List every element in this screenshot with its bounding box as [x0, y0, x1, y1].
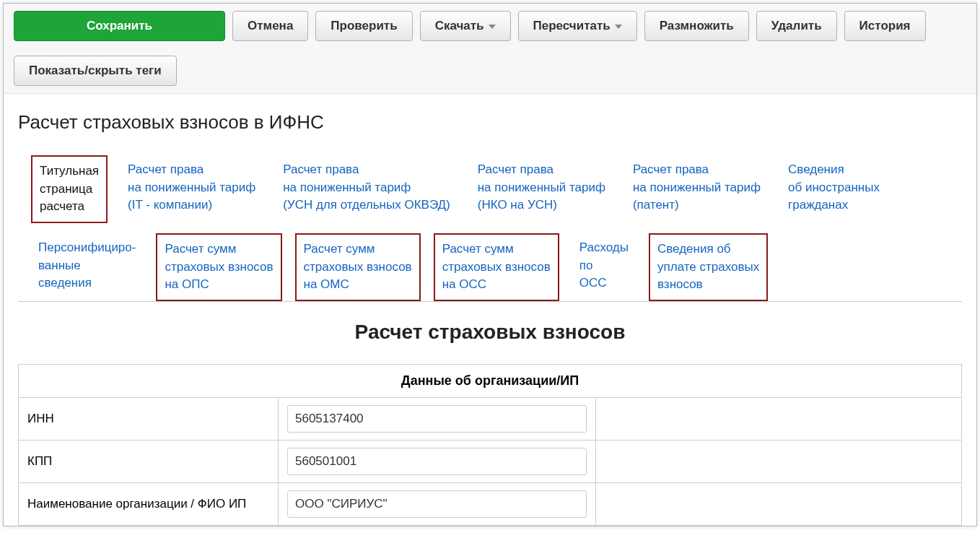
table-row: Наименование организации / ФИО ИП — [19, 482, 962, 525]
input-inn[interactable] — [287, 405, 587, 433]
check-button[interactable]: Проверить — [315, 11, 412, 41]
tab-oms[interactable]: Расчет суммстраховых взносовна ОМС — [295, 233, 421, 301]
chevron-down-icon — [615, 25, 622, 29]
tabs-row-1: Титульнаястраницарасчета Расчет правана … — [18, 155, 962, 223]
download-button[interactable]: Скачать — [420, 11, 511, 41]
chevron-down-icon — [489, 25, 496, 29]
tabs-row-2: Персонифициро-ванныесведения Расчет сумм… — [18, 233, 962, 302]
tab-foreign-citizens[interactable]: Сведенияоб иностранныхгражданах — [781, 155, 887, 223]
save-button[interactable]: Сохранить — [14, 11, 225, 41]
tab-oss[interactable]: Расчет суммстраховых взносовна ОСС — [434, 233, 559, 301]
multiply-button[interactable]: Размножить — [644, 11, 749, 41]
input-kpp[interactable] — [287, 448, 587, 475]
delete-button[interactable]: Удалить — [756, 11, 837, 41]
toolbar: Сохранить Отмена Проверить Скачать Перес… — [4, 4, 976, 94]
table-row: КПП — [19, 440, 962, 482]
toggle-tags-button[interactable]: Показать/скрыть теги — [14, 56, 177, 86]
tab-payment-info[interactable]: Сведения обуплате страховыхвзносов — [649, 233, 768, 301]
tab-oss-expenses[interactable]: РасходыпоОСС — [572, 233, 636, 301]
org-data-table: Данные об организации/ИП ИНН КПП Наимено… — [18, 364, 962, 526]
section-title: Расчет страховых взносов — [18, 321, 962, 344]
recalculate-label: Пересчитать — [533, 19, 611, 32]
label-kpp: КПП — [19, 440, 279, 482]
page-title: Расчет страховых взносов в ИФНС — [18, 111, 962, 134]
tab-nko-usn[interactable]: Расчет правана пониженный тариф(НКО на У… — [471, 155, 613, 223]
tab-personified[interactable]: Персонифициро-ванныесведения — [31, 233, 143, 301]
recalculate-button[interactable]: Пересчитать — [518, 11, 637, 41]
tab-title-page[interactable]: Титульнаястраницарасчета — [31, 155, 108, 223]
tab-ops[interactable]: Расчет суммстраховых взносовна ОПС — [156, 233, 281, 301]
download-label: Скачать — [435, 19, 484, 32]
tab-patent[interactable]: Расчет правана пониженный тариф(патент) — [626, 155, 768, 223]
tab-it-companies[interactable]: Расчет правана пониженный тариф(IT - ком… — [121, 155, 263, 223]
label-inn: ИНН — [19, 397, 279, 440]
table-header: Данные об организации/ИП — [19, 364, 962, 397]
history-button[interactable]: История — [844, 11, 926, 41]
tab-usn-okved[interactable]: Расчет правана пониженный тариф(УСН для … — [276, 155, 458, 223]
label-org-name: Наименование организации / ФИО ИП — [19, 482, 279, 525]
input-org-name[interactable] — [287, 490, 587, 518]
table-row: ИНН — [19, 397, 962, 440]
cancel-button[interactable]: Отмена — [232, 11, 308, 41]
